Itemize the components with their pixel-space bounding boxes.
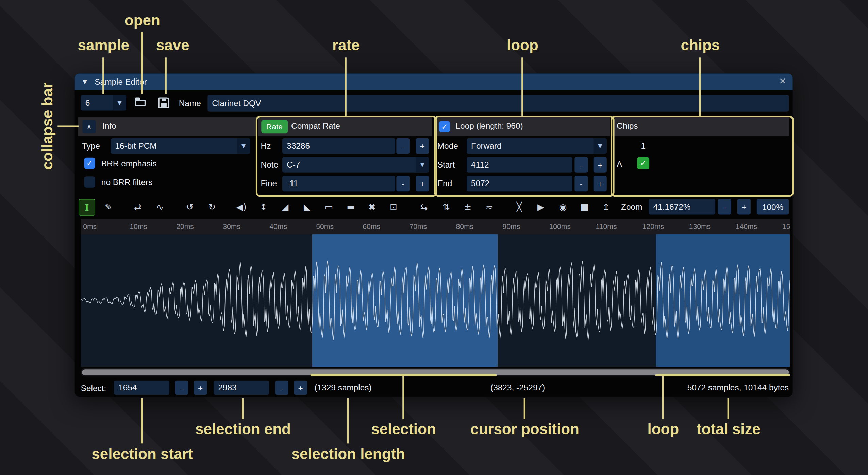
sign-invert-icon: ± (464, 201, 471, 212)
note-select[interactable]: C-7 ▼ (282, 157, 429, 173)
apply-filter-button[interactable]: ≈ (482, 199, 497, 215)
loop-start-minus-button[interactable]: - (574, 157, 588, 173)
timeline-tick: 40ms (267, 222, 287, 230)
annotation-total-size: total size (697, 421, 761, 438)
fine-input[interactable]: -11 (282, 176, 395, 192)
chevron-down-icon[interactable]: ▼ (237, 138, 250, 154)
timeline-tick: 70ms (407, 222, 427, 230)
sample-number-select[interactable]: 6 ▼ (81, 95, 126, 111)
insert-silence-button[interactable]: ▭ (321, 199, 337, 215)
hz-plus-button[interactable]: + (416, 138, 429, 154)
info-panel-header: ∧ Info (78, 117, 257, 136)
fade-in-button[interactable]: ◢ (277, 199, 293, 215)
hz-input[interactable]: 33286 (282, 138, 395, 154)
selection-start-plus-button[interactable]: + (194, 381, 207, 395)
save-button[interactable] (155, 95, 172, 112)
zoom-label: Zoom (621, 199, 642, 215)
resample-button[interactable]: ∿ (152, 199, 168, 215)
delete-button[interactable]: ✖ (364, 199, 380, 215)
edit-mode-select-button[interactable]: I (79, 199, 95, 216)
selection-length-text: (1329 samples) (314, 380, 371, 395)
timeline-tick: 90ms (500, 222, 520, 230)
brr-emphasis-checkbox[interactable]: ✓ (84, 158, 95, 169)
chip-enable-checkbox[interactable]: ✓ (637, 157, 649, 169)
sample-type-select[interactable]: 16-bit PCM ▼ (111, 138, 250, 154)
chip-column-header: 1 (637, 138, 649, 154)
resize-button[interactable]: ⇄ (130, 199, 146, 215)
amplify-icon: ◀) (236, 201, 247, 212)
loop-enable-checkbox[interactable]: ✓ (439, 121, 450, 132)
timeline-tick: 120ms (640, 222, 664, 230)
loop-end-minus-button[interactable]: - (574, 176, 588, 192)
amplify-button[interactable]: ◀) (234, 199, 249, 215)
fine-plus-button[interactable]: + (416, 176, 429, 192)
sign-invert-button[interactable]: ± (460, 199, 475, 215)
name-value: Clarinet DQV (212, 99, 261, 108)
stop-button[interactable]: ■ (577, 199, 592, 215)
invert-button[interactable]: ⇅ (438, 199, 454, 215)
no-brr-filters-checkbox[interactable] (84, 176, 95, 188)
crossfade-loop-button[interactable]: ╳ (512, 199, 527, 215)
selection-end-minus-button[interactable]: - (275, 381, 288, 395)
annotation-save: save (156, 37, 189, 54)
annotation-selection-end-line (242, 398, 244, 419)
waveform-display[interactable] (81, 234, 790, 367)
loop-end-plus-button[interactable]: + (594, 176, 607, 192)
annotation-selection-length-line (347, 398, 349, 443)
chevron-down-icon[interactable]: ▼ (594, 138, 607, 154)
invert-icon: ⇅ (443, 201, 450, 212)
normalize-button[interactable]: ↕ (256, 199, 271, 215)
timeline-tick: 50ms (314, 222, 334, 230)
save-icon-label (161, 103, 167, 107)
insert-silence-icon: ▭ (324, 201, 333, 212)
annotation-sample: sample (78, 37, 129, 54)
annotation-loop-bracket (655, 374, 790, 376)
selection-end-input[interactable]: 2983 (214, 381, 269, 395)
zoom-input[interactable]: 41.1672% (649, 199, 715, 215)
annotation-open: open (124, 12, 160, 29)
resize-icon: ⇄ (134, 201, 141, 212)
zoom-reset-button[interactable]: 100% (757, 199, 789, 215)
selection-end-plus-button[interactable]: + (294, 381, 307, 395)
hz-value: 33286 (287, 141, 310, 151)
zoom-value: 41.1672% (653, 202, 691, 211)
selection-start-input[interactable]: 1654 (114, 381, 169, 395)
play-cursor-button[interactable]: ◉ (555, 199, 571, 215)
timeline-ruler[interactable]: 0ms10ms20ms30ms40ms50ms60ms70ms80ms90ms1… (81, 219, 790, 235)
undo-button[interactable]: ↺ (182, 199, 198, 215)
type-label: Type (82, 138, 100, 154)
no-brr-filters-label: no BRR filters (101, 175, 153, 190)
window-collapse-icon[interactable]: ▼ (83, 78, 87, 85)
preview-button[interactable]: ▶ (533, 199, 549, 215)
selection-start-minus-button[interactable]: - (175, 381, 188, 395)
collapse-bar-button[interactable]: ∧ (83, 120, 96, 133)
apply-silence-button[interactable]: ▬ (343, 199, 359, 215)
annotation-collapse-bar-line (57, 125, 79, 127)
note-value: C-7 (287, 160, 300, 169)
trim-button[interactable]: ⊡ (386, 199, 401, 215)
fade-out-button[interactable]: ◣ (300, 199, 315, 215)
hz-minus-button[interactable]: - (396, 138, 410, 154)
name-input[interactable]: Clarinet DQV (207, 95, 789, 112)
redo-button[interactable]: ↻ (204, 199, 220, 215)
edit-mode-draw-button[interactable]: ✎ (101, 199, 116, 215)
timeline-tick: 140ms (733, 222, 757, 230)
open-button[interactable] (132, 95, 149, 112)
chevron-down-icon[interactable]: ▼ (113, 95, 126, 111)
info-panel-title: Info (102, 121, 116, 130)
annotation-loop: loop (507, 37, 538, 54)
reverse-button[interactable]: ⇆ (416, 199, 432, 215)
loop-start-input[interactable]: 4112 (467, 157, 572, 173)
zoom-in-button[interactable]: + (737, 199, 751, 215)
loop-mode-select[interactable]: Forward ▼ (467, 138, 607, 154)
fine-minus-button[interactable]: - (396, 176, 410, 192)
zoom-out-button[interactable]: - (718, 199, 731, 215)
create-wavetable-button[interactable]: ↥ (598, 199, 614, 215)
timeline-tick: 30ms (221, 222, 240, 230)
loop-end-input[interactable]: 5072 (467, 176, 572, 192)
close-icon[interactable]: ✕ (779, 76, 786, 86)
chevron-down-icon[interactable]: ▼ (416, 157, 429, 173)
normalize-icon: ↕ (260, 201, 267, 212)
loop-start-plus-button[interactable]: + (594, 157, 607, 173)
titlebar[interactable]: ▼ Sample Editor ✕ (75, 73, 793, 90)
